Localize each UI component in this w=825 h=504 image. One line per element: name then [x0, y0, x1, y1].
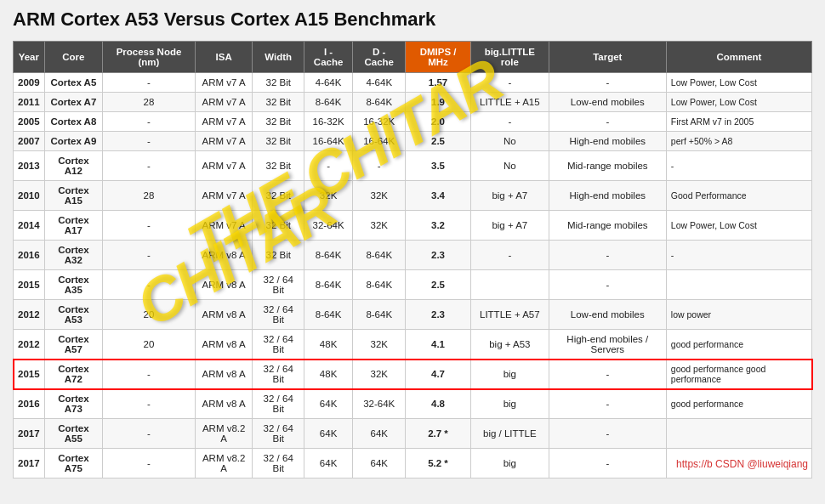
- table-cell: -: [470, 112, 549, 132]
- table-cell: High-end mobiles: [549, 132, 666, 151]
- table-cell: Cortex A12: [44, 151, 103, 181]
- table-cell: 64K: [353, 419, 406, 449]
- table-cell: -: [470, 73, 549, 93]
- table-cell: No: [470, 151, 549, 181]
- table-cell: 16-32K: [353, 112, 406, 132]
- table-cell: 3.4: [406, 181, 471, 211]
- table-cell: Cortex A72: [44, 360, 103, 389]
- table-cell: 32 / 64 Bit: [253, 389, 304, 419]
- table-cell: ARM v7 A: [195, 112, 253, 132]
- table-row: 2016Cortex A32-ARM v8 A32 Bit8-64K8-64K2…: [14, 241, 812, 270]
- table-cell: big: [470, 449, 549, 479]
- table-cell: ARM v7 A: [195, 211, 253, 241]
- table-cell: -: [470, 241, 549, 270]
- table-cell: -: [666, 241, 811, 270]
- table-row: 2014Cortex A17-ARM v7 A32 Bit32-64K32K3.…: [14, 211, 812, 241]
- table-cell: 32 Bit: [253, 132, 304, 151]
- table-cell: 2009: [14, 73, 45, 93]
- col-dcache: D - Cache: [353, 42, 406, 73]
- table-cell: big: [470, 360, 549, 389]
- table-cell: Cortex A5: [44, 73, 103, 93]
- table-cell: Cortex A53: [44, 300, 103, 330]
- table-row: 2015Cortex A72-ARM v8 A32 / 64 Bit48K32K…: [14, 360, 812, 389]
- table-cell: -: [549, 449, 666, 479]
- table-cell: 8-64K: [353, 241, 406, 270]
- table-cell: Mid-range mobiles: [549, 211, 666, 241]
- table-cell: Low-end mobiles: [549, 300, 666, 330]
- table-cell: LITTLE + A15: [470, 93, 549, 112]
- table-cell: ARM v8 A: [195, 389, 253, 419]
- table-cell: Cortex A73: [44, 389, 103, 419]
- table-cell: -: [103, 73, 196, 93]
- table-cell: -: [549, 389, 666, 419]
- table-cell: Cortex A7: [44, 93, 103, 112]
- table-cell: 32K: [353, 181, 406, 211]
- table-cell: Cortex A57: [44, 330, 103, 360]
- col-width: Width: [253, 42, 304, 73]
- table-cell: 32 / 64 Bit: [253, 360, 304, 389]
- table-cell: First ARM v7 in 2005: [666, 112, 811, 132]
- table-cell: Cortex A75: [44, 449, 103, 479]
- table-cell: 64K: [304, 419, 352, 449]
- table-cell: Cortex A8: [44, 112, 103, 132]
- table-cell: 2010: [14, 181, 45, 211]
- table-cell: 8-64K: [304, 270, 352, 300]
- table-cell: 16-64K: [353, 132, 406, 151]
- table-cell: -: [103, 419, 196, 449]
- table-row: 2009Cortex A5-ARM v7 A32 Bit4-64K4-64K1.…: [14, 73, 812, 93]
- table-cell: 16-32K: [304, 112, 352, 132]
- table-cell: 8-64K: [353, 300, 406, 330]
- table-cell: 2015: [14, 360, 45, 389]
- table-cell: 2011: [14, 93, 45, 112]
- table-cell: ARM v7 A: [195, 93, 253, 112]
- table-cell: 32-64K: [353, 389, 406, 419]
- table-cell: big + A7: [470, 211, 549, 241]
- table-row: 2012Cortex A5720ARM v8 A32 / 64 Bit48K32…: [14, 330, 812, 360]
- table-cell: Cortex A35: [44, 270, 103, 300]
- table-row: 2011Cortex A728ARM v7 A32 Bit8-64K8-64K1…: [14, 93, 812, 112]
- table-cell: Mid-range mobiles: [549, 151, 666, 181]
- table-cell: [666, 270, 811, 300]
- table-cell: LITTLE + A57: [470, 300, 549, 330]
- table-cell: 1.9: [406, 93, 471, 112]
- table-cell: Good Performance: [666, 181, 811, 211]
- table-cell: Low-end mobiles: [549, 93, 666, 112]
- table-cell: 32K: [353, 360, 406, 389]
- col-year: Year: [14, 42, 45, 73]
- table-cell: Cortex A9: [44, 132, 103, 151]
- table-cell: ARM v8 A: [195, 300, 253, 330]
- table-cell: 2007: [14, 132, 45, 151]
- table-cell: 8-64K: [304, 93, 352, 112]
- table-cell: big: [470, 389, 549, 419]
- col-isa: ISA: [195, 42, 253, 73]
- table-cell: 28: [103, 93, 196, 112]
- table-row: 2016Cortex A73-ARM v8 A32 / 64 Bit64K32-…: [14, 389, 812, 419]
- table-cell: Cortex A15: [44, 181, 103, 211]
- table-cell: 8-64K: [353, 270, 406, 300]
- table-cell: 32K: [353, 211, 406, 241]
- table-cell: 2.5: [406, 270, 471, 300]
- table-cell: 32 Bit: [253, 151, 304, 181]
- col-node: Process Node (nm): [103, 42, 196, 73]
- table-cell: No: [470, 132, 549, 151]
- col-target: Target: [549, 42, 666, 73]
- table-cell: -: [103, 151, 196, 181]
- col-icache: I - Cache: [304, 42, 352, 73]
- table-cell: 48K: [304, 360, 352, 389]
- table-cell: -: [549, 112, 666, 132]
- table-cell: 64K: [353, 449, 406, 479]
- table-cell: 2015: [14, 270, 45, 300]
- table-row: 2005Cortex A8-ARM v7 A32 Bit16-32K16-32K…: [14, 112, 812, 132]
- table-cell: -: [549, 270, 666, 300]
- table-row: 2017Cortex A55-ARM v8.2 A32 / 64 Bit64K6…: [14, 419, 812, 449]
- table-cell: ARM v8.2 A: [195, 449, 253, 479]
- table-row: 2012Cortex A5320ARM v8 A32 / 64 Bit8-64K…: [14, 300, 812, 330]
- table-cell: 32 Bit: [253, 211, 304, 241]
- table-cell: -: [549, 241, 666, 270]
- table-cell: High-end mobiles: [549, 181, 666, 211]
- table-cell: ARM v7 A: [195, 151, 253, 181]
- table-cell: -: [103, 241, 196, 270]
- table-cell: -: [549, 73, 666, 93]
- table-cell: -: [666, 151, 811, 181]
- table-cell: 2005: [14, 112, 45, 132]
